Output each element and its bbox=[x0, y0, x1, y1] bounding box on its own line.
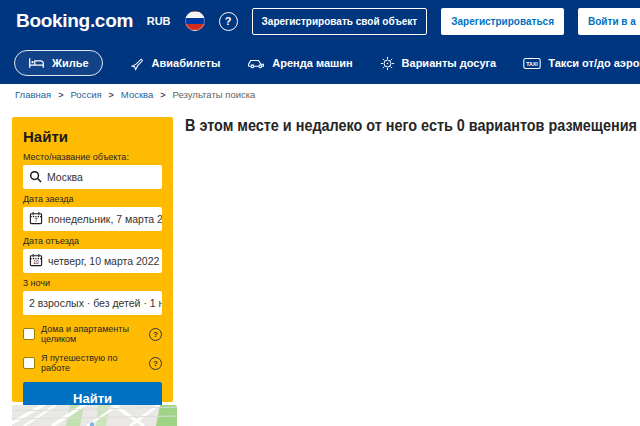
nav-tab-car-rental[interactable]: Аренда машин bbox=[247, 57, 352, 69]
signup-button[interactable]: Зарегистрироваться bbox=[441, 8, 564, 35]
nav-tab-label: Авиабилеты bbox=[152, 57, 221, 69]
question-icon[interactable]: ? bbox=[149, 357, 162, 370]
product-nav: Жилье Авиабилеты Аренда машин Варианты д… bbox=[0, 42, 640, 84]
svg-text:TAXI: TAXI bbox=[526, 60, 538, 66]
breadcrumb: Главная > Россия > Москва > Результаты п… bbox=[15, 89, 255, 100]
booking-logo[interactable]: Booking.com bbox=[16, 10, 133, 32]
currency-selector[interactable]: RUB bbox=[147, 15, 171, 27]
checkout-value: четверг, 10 марта 2022 bbox=[48, 255, 159, 267]
breadcrumb-current: Результаты поиска bbox=[173, 89, 256, 100]
chevron-right-icon: > bbox=[109, 90, 114, 100]
search-sidebar: Найти Место/название объекта: Москва Дат… bbox=[12, 117, 173, 402]
business-travel-checkbox-row[interactable]: Я путешествую по работе ? bbox=[23, 353, 162, 373]
nav-tab-airport-taxi[interactable]: TAXI Такси от/до аэропорта bbox=[523, 57, 640, 70]
nav-tab-label: Аренда машин bbox=[272, 57, 352, 69]
checkin-field[interactable]: 7 понедельник, 7 марта 2022 bbox=[23, 207, 162, 231]
calendar-icon: 10 bbox=[29, 253, 43, 269]
map-preview[interactable] bbox=[12, 405, 177, 426]
destination-value: Москва bbox=[47, 171, 83, 183]
checkbox-entire-homes[interactable] bbox=[23, 328, 35, 340]
ferris-wheel-icon bbox=[380, 56, 395, 71]
nav-tab-attractions[interactable]: Варианты досуга bbox=[380, 56, 497, 71]
nav-tab-label: Жилье bbox=[52, 57, 89, 69]
svg-text:7: 7 bbox=[34, 217, 37, 223]
occupancy-field[interactable]: 2 взрослых · без детей · 1 но... bbox=[23, 291, 162, 315]
map-preview-image bbox=[12, 405, 177, 426]
car-icon bbox=[247, 57, 265, 69]
bed-icon bbox=[28, 57, 45, 69]
nav-tab-stays[interactable]: Жилье bbox=[14, 50, 103, 76]
checkbox-business-travel-label: Я путешествую по работе bbox=[41, 353, 143, 373]
checkin-value: понедельник, 7 марта 2022 bbox=[48, 213, 162, 225]
top-header: Booking.com RUB ? Зарегистрировать свой … bbox=[0, 0, 640, 42]
nav-tab-label: Варианты досуга bbox=[402, 57, 497, 69]
destination-input[interactable]: Москва bbox=[23, 165, 162, 189]
breadcrumb-country[interactable]: Россия bbox=[70, 89, 101, 100]
taxi-icon: TAXI bbox=[523, 57, 541, 70]
occupancy-value: 2 взрослых · без детей · 1 но... bbox=[29, 297, 162, 309]
russian-flag-icon[interactable] bbox=[185, 11, 205, 31]
chevron-right-icon: > bbox=[160, 90, 165, 100]
checkin-label: Дата заезда bbox=[23, 194, 162, 204]
nights-label: 3 ночи bbox=[23, 278, 162, 288]
question-icon[interactable]: ? bbox=[149, 328, 162, 341]
destination-label: Место/название объекта: bbox=[23, 152, 162, 162]
help-icon[interactable]: ? bbox=[219, 12, 238, 31]
search-icon bbox=[29, 170, 42, 185]
results-count-heading: В этом месте и недалеко от него есть 0 в… bbox=[185, 117, 608, 135]
breadcrumb-city[interactable]: Москва bbox=[121, 89, 153, 100]
header-actions: RUB ? Зарегистрировать свой объект Зарег… bbox=[147, 8, 640, 35]
breadcrumb-home[interactable]: Главная bbox=[15, 89, 51, 100]
register-property-button[interactable]: Зарегистрировать свой объект bbox=[252, 8, 428, 35]
checkbox-entire-homes-label: Дома и апартаменты целиком bbox=[41, 324, 143, 344]
search-title: Найти bbox=[23, 128, 162, 145]
checkbox-business-travel[interactable] bbox=[23, 357, 35, 369]
nav-tab-flights[interactable]: Авиабилеты bbox=[130, 56, 221, 71]
chevron-right-icon: > bbox=[58, 90, 63, 100]
calendar-icon: 7 bbox=[29, 211, 43, 227]
svg-text:10: 10 bbox=[33, 259, 39, 265]
entire-homes-checkbox-row[interactable]: Дома и апартаменты целиком ? bbox=[23, 324, 162, 344]
signin-button[interactable]: Войти в а bbox=[578, 8, 640, 35]
checkout-field[interactable]: 10 четверг, 10 марта 2022 bbox=[23, 249, 162, 273]
checkout-label: Дата отъезда bbox=[23, 236, 162, 246]
plane-icon bbox=[130, 56, 145, 71]
nav-tab-label: Такси от/до аэропорта bbox=[548, 57, 640, 69]
